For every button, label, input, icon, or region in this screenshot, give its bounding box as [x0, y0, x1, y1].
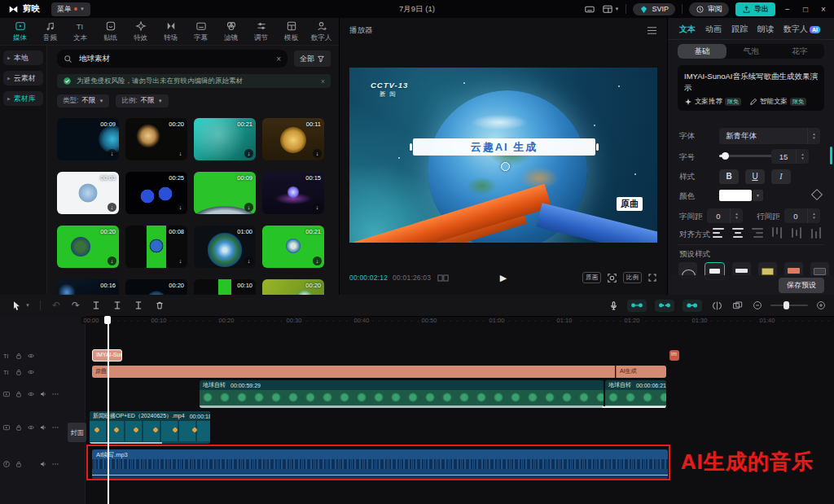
window-close-button[interactable]: ×: [818, 5, 829, 14]
lock-icon[interactable]: [12, 390, 24, 398]
eye-icon[interactable]: [24, 352, 37, 360]
smart-copy-button[interactable]: 智能文案 限免: [749, 97, 806, 107]
player-menu-icon[interactable]: [647, 26, 657, 35]
undo-icon[interactable]: ↶: [52, 300, 60, 311]
download-icon[interactable]: ↓: [244, 203, 253, 212]
text-subtab-2[interactable]: 花字: [775, 44, 824, 59]
media-item-5[interactable]: 00:25 ↓: [125, 172, 187, 214]
linkage-toggle[interactable]: [683, 300, 702, 312]
media-tab-7[interactable]: 滤镜: [216, 20, 246, 43]
letter-spacing-input[interactable]: 0 ▲▼: [707, 208, 743, 223]
close-notice-icon[interactable]: ×: [321, 77, 325, 85]
download-icon[interactable]: ↓: [244, 149, 253, 158]
media-tab-6[interactable]: 字幕: [186, 20, 216, 43]
stepper-icon[interactable]: ▲▼: [807, 208, 820, 223]
property-tab-4[interactable]: 数字人AI: [784, 24, 820, 35]
media-item-12[interactable]: 00:16 ↓: [57, 279, 119, 295]
media-item-2[interactable]: 00:21 ↓: [194, 118, 256, 160]
save-preset-button[interactable]: 保存预设: [779, 278, 824, 293]
italic-button[interactable]: I: [771, 169, 791, 184]
original-quality-button[interactable]: 原画: [582, 272, 601, 283]
download-icon[interactable]: ↓: [108, 149, 116, 158]
media-item-11[interactable]: 00:21 ↓: [262, 226, 324, 268]
download-icon[interactable]: ↓: [176, 149, 185, 158]
stepper-icon[interactable]: ▲▼: [796, 149, 809, 164]
media-item-0[interactable]: 00:09 ↓: [57, 118, 119, 160]
align-button-1[interactable]: [732, 228, 744, 238]
bold-button[interactable]: B: [719, 169, 739, 184]
sidebar-item-2[interactable]: ▶ 素材库: [3, 91, 43, 106]
download-icon[interactable]: ↓: [313, 149, 322, 158]
text-content[interactable]: IMYAI-SunoAI音乐续写歌曲生成效果演示: [678, 65, 824, 94]
lock-icon[interactable]: [12, 368, 24, 376]
text-track-icon[interactable]: TI: [0, 368, 12, 376]
zoom-in-icon[interactable]: [816, 300, 826, 310]
align-button-2[interactable]: [752, 228, 763, 238]
text-track-icon[interactable]: TI: [0, 352, 12, 360]
select-tool-icon[interactable]: [11, 300, 22, 311]
media-item-7[interactable]: 00:15 ↓: [262, 172, 324, 214]
clip-scroll-indicator[interactable]: [602, 406, 665, 408]
media-tab-1[interactable]: 音频: [35, 20, 65, 43]
time-ruler[interactable]: [86, 321, 834, 322]
line-spacing-input[interactable]: 0 ▲▼: [784, 208, 820, 223]
fullscreen-icon[interactable]: [647, 273, 657, 283]
auto-snap-toggle[interactable]: [655, 300, 674, 312]
text-clip-im[interactable]: im: [669, 350, 679, 361]
video-preview[interactable]: CCTV-13 新闻 云趣AI 生成 原曲: [349, 68, 657, 243]
playhead[interactable]: [108, 316, 109, 504]
media-tab-2[interactable]: TI文本: [65, 20, 95, 43]
export-button[interactable]: 导出: [735, 2, 775, 16]
align-button-3[interactable]: [772, 227, 782, 239]
eye-icon[interactable]: [24, 390, 37, 398]
download-icon[interactable]: ↓: [244, 256, 253, 265]
copy-suggest-button[interactable]: 文案推荐 限免: [684, 97, 741, 107]
stepper-icon[interactable]: ▲▼: [730, 208, 743, 223]
video-track-icon[interactable]: [0, 390, 12, 398]
media-tab-4[interactable]: 特效: [125, 20, 156, 43]
screens-icon[interactable]: [732, 300, 743, 311]
svip-button[interactable]: SVIP: [633, 3, 675, 15]
delete-icon[interactable]: [155, 300, 165, 310]
speaker-icon[interactable]: [37, 390, 49, 398]
lock-icon[interactable]: [12, 352, 24, 360]
text-content-box[interactable]: IMYAI-SunoAI音乐续写歌曲生成效果演示 文案推荐 限免 智能文案 限免: [678, 65, 824, 111]
media-tab-3[interactable]: 贴纸: [95, 20, 125, 43]
media-item-4[interactable]: 00:03 ↓: [57, 172, 119, 214]
download-icon[interactable]: ↓: [176, 203, 185, 212]
window-minimize-button[interactable]: −: [782, 5, 793, 14]
rotate-handle-icon[interactable]: [501, 162, 510, 171]
download-icon[interactable]: ↓: [313, 256, 322, 265]
stepper-icon[interactable]: ▲▼: [807, 128, 820, 144]
align-button-5[interactable]: [811, 227, 821, 239]
review-button[interactable]: 审阅: [689, 2, 729, 16]
eye-icon[interactable]: [24, 368, 37, 376]
sidebar-item-0[interactable]: ▶ 本地: [3, 50, 43, 65]
slider-thumb[interactable]: [784, 301, 789, 309]
split-icon[interactable]: [91, 300, 101, 310]
cover-button[interactable]: 封面: [68, 423, 86, 442]
more-options-icon[interactable]: [49, 423, 61, 432]
filter-dropdown-1[interactable]: 比例:不限 ▼: [116, 94, 168, 107]
main-track-magnet-toggle[interactable]: [627, 300, 647, 312]
video-clip-earth-1[interactable]: 地球自转00:00:59:29: [200, 380, 604, 408]
trim-left-icon[interactable]: [112, 300, 122, 310]
download-icon[interactable]: ↓: [176, 256, 185, 265]
text-clip-original-song[interactable]: 原曲: [92, 366, 615, 378]
media-item-6[interactable]: 00:09 ↓: [194, 172, 256, 214]
timeline-zoom-slider[interactable]: [770, 305, 808, 306]
lock-icon[interactable]: [12, 460, 24, 468]
speaker-icon[interactable]: [37, 460, 49, 468]
sidebar-item-1[interactable]: ▶ 云素材: [3, 71, 43, 85]
align-button-4[interactable]: [792, 227, 801, 239]
text-clip-ai-generated[interactable]: AI生成: [616, 366, 666, 378]
record-mic-icon[interactable]: [608, 300, 619, 311]
search-input[interactable]: [77, 54, 271, 64]
eye-icon[interactable]: [24, 423, 37, 432]
font-select[interactable]: 新青年体 ▲▼: [719, 128, 820, 144]
font-size-input[interactable]: 15 ▲▼: [771, 149, 809, 164]
playhead-handle[interactable]: [104, 316, 111, 324]
title-text-overlay[interactable]: 云趣AI 生成: [413, 138, 595, 156]
media-item-15[interactable]: 00:20 ↓: [262, 279, 324, 295]
media-item-14[interactable]: 00:10 ↓: [194, 279, 256, 295]
